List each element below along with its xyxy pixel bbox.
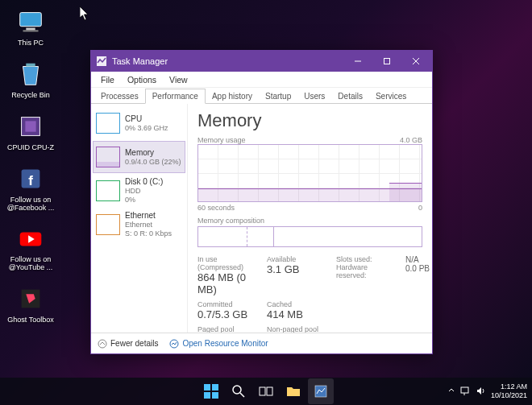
stat-label: Cached bbox=[267, 300, 323, 308]
sidebar-item-cpu[interactable]: CPU 0% 3.69 GHz bbox=[93, 107, 185, 139]
clock-time: 1:12 AM bbox=[491, 382, 527, 391]
memory-composition-bar[interactable] bbox=[197, 226, 422, 247]
svg-rect-0 bbox=[20, 13, 42, 27]
taskbar-center bbox=[198, 378, 334, 404]
tab-performance[interactable]: Performance bbox=[145, 89, 206, 104]
desktop-icon-label: Ghost Toolbox bbox=[6, 316, 55, 324]
memory-usage-chart[interactable] bbox=[197, 144, 422, 202]
cpuz-icon bbox=[15, 111, 46, 142]
tab-processes[interactable]: Processes bbox=[94, 89, 145, 103]
chart-fill bbox=[198, 188, 422, 201]
taskbar: 1:12 AM 10/10/2021 bbox=[0, 378, 532, 405]
stat-value: 0.7/5.3 GB bbox=[197, 308, 254, 320]
stat-value: 0.0 PB bbox=[405, 264, 432, 273]
maximize-button[interactable] bbox=[372, 51, 401, 72]
tab-startup[interactable]: Startup bbox=[259, 89, 297, 103]
ethernet-title: Ethernet bbox=[125, 211, 172, 221]
stat-label: In use (Compressed) bbox=[197, 255, 254, 271]
performance-sidebar: CPU 0% 3.69 GHz Memory 0.9/4.0 GB (22%) … bbox=[91, 104, 188, 333]
youtube-icon bbox=[15, 223, 46, 254]
tray-chevron-icon[interactable] bbox=[447, 386, 455, 396]
stat-value: 864 MB (0 MB) bbox=[197, 271, 254, 295]
task-view-button[interactable] bbox=[253, 378, 279, 404]
memory-thumbnail-icon bbox=[96, 147, 120, 167]
svg-rect-2 bbox=[23, 30, 39, 31]
cpu-thumbnail-icon bbox=[96, 113, 120, 134]
chart-axis: 60 seconds 0 bbox=[197, 204, 422, 212]
svg-point-21 bbox=[233, 386, 241, 394]
svg-rect-3 bbox=[26, 64, 35, 67]
desktop: This PC Recycle Bin CPUID CPU-Z f Follow… bbox=[6, 6, 71, 336]
desktop-icon-cpuz[interactable]: CPUID CPU-Z bbox=[6, 111, 55, 152]
desktop-icon-label: Follow us on @Facebook ... bbox=[6, 196, 55, 213]
open-resource-monitor-link[interactable]: Open Resource Monitor bbox=[169, 339, 268, 349]
window-title: Task Manager bbox=[112, 56, 343, 66]
titlebar[interactable]: Task Manager bbox=[91, 51, 432, 72]
mouse-cursor bbox=[80, 6, 89, 21]
tab-services[interactable]: Services bbox=[369, 89, 413, 103]
tabs: Processes Performance App history Startu… bbox=[91, 88, 432, 104]
memory-title: Memory bbox=[125, 148, 181, 158]
disk-sub1: HDD bbox=[125, 187, 163, 196]
svg-rect-20 bbox=[212, 392, 218, 399]
svg-rect-12 bbox=[384, 59, 390, 64]
ethernet-thumbnail-icon bbox=[96, 214, 120, 235]
network-icon[interactable] bbox=[460, 386, 471, 398]
svg-point-15 bbox=[98, 340, 106, 348]
axis-right: 0 bbox=[418, 204, 422, 212]
volume-icon[interactable] bbox=[476, 386, 486, 398]
desktop-icon-label: Follow us on @YouTube ... bbox=[6, 256, 55, 272]
tab-details[interactable]: Details bbox=[331, 89, 369, 103]
task-manager-window: Task Manager File Options View Processes… bbox=[90, 50, 433, 354]
svg-rect-19 bbox=[204, 392, 210, 399]
start-button[interactable] bbox=[198, 378, 224, 404]
sidebar-item-disk[interactable]: Disk 0 (C:) HDD 0% bbox=[93, 175, 185, 207]
disk-sub2: 0% bbox=[125, 196, 163, 205]
memory-sub: 0.9/4.0 GB (22%) bbox=[125, 158, 181, 167]
fewer-details-button[interactable]: Fewer details bbox=[98, 339, 158, 349]
svg-rect-23 bbox=[260, 387, 265, 395]
window-footer: Fewer details Open Resource Monitor bbox=[91, 333, 432, 353]
desktop-icon-label: Recycle Bin bbox=[6, 92, 55, 100]
svg-text:f: f bbox=[28, 172, 33, 188]
svg-rect-18 bbox=[212, 384, 218, 391]
svg-rect-17 bbox=[204, 384, 210, 391]
desktop-icon-ghost-toolbox[interactable]: Ghost Toolbox bbox=[6, 283, 55, 324]
desktop-icon-facebook[interactable]: f Follow us on @Facebook ... bbox=[6, 163, 55, 213]
svg-rect-1 bbox=[26, 28, 35, 31]
desktop-icon-label: This PC bbox=[6, 39, 55, 48]
usage-label: Memory usage bbox=[197, 136, 246, 144]
desktop-icon-recycle-bin[interactable]: Recycle Bin bbox=[6, 59, 55, 100]
close-button[interactable] bbox=[401, 51, 430, 72]
menu-file[interactable]: File bbox=[94, 73, 121, 86]
tab-app-history[interactable]: App history bbox=[206, 89, 259, 103]
minimize-button[interactable] bbox=[343, 51, 372, 72]
stat-value: 414 MB bbox=[267, 308, 323, 320]
this-pc-icon bbox=[15, 6, 46, 37]
axis-left: 60 seconds bbox=[197, 204, 235, 212]
task-manager-taskbar-button[interactable] bbox=[308, 378, 334, 404]
window-body: CPU 0% 3.69 GHz Memory 0.9/4.0 GB (22%) … bbox=[91, 104, 432, 333]
menu-options[interactable]: Options bbox=[121, 73, 163, 86]
sidebar-item-ethernet[interactable]: Ethernet Ethernet S: 0 R: 0 Kbps bbox=[93, 209, 185, 241]
file-explorer-button[interactable] bbox=[281, 378, 306, 404]
sidebar-item-memory[interactable]: Memory 0.9/4.0 GB (22%) bbox=[93, 141, 185, 173]
stat-label: Non-paged pool bbox=[267, 325, 323, 333]
menu-view[interactable]: View bbox=[163, 73, 194, 86]
composition-segment bbox=[247, 227, 274, 246]
composition-label: Memory composition bbox=[197, 217, 422, 225]
task-manager-icon bbox=[96, 56, 107, 67]
desktop-icon-youtube[interactable]: Follow us on @YouTube ... bbox=[6, 223, 55, 272]
disk-thumbnail-icon bbox=[96, 180, 120, 201]
taskbar-clock[interactable]: 1:12 AM 10/10/2021 bbox=[491, 382, 527, 400]
stat-label: Available bbox=[267, 255, 323, 263]
menubar: File Options View bbox=[91, 72, 432, 88]
page-heading: Memory bbox=[197, 110, 422, 131]
svg-rect-26 bbox=[461, 387, 468, 393]
system-tray: 1:12 AM 10/10/2021 bbox=[447, 382, 527, 400]
tab-users[interactable]: Users bbox=[297, 89, 331, 103]
stat-label: Committed bbox=[197, 300, 254, 308]
cpu-title: CPU bbox=[125, 114, 168, 124]
search-button[interactable] bbox=[226, 378, 251, 404]
desktop-icon-this-pc[interactable]: This PC bbox=[6, 6, 55, 48]
